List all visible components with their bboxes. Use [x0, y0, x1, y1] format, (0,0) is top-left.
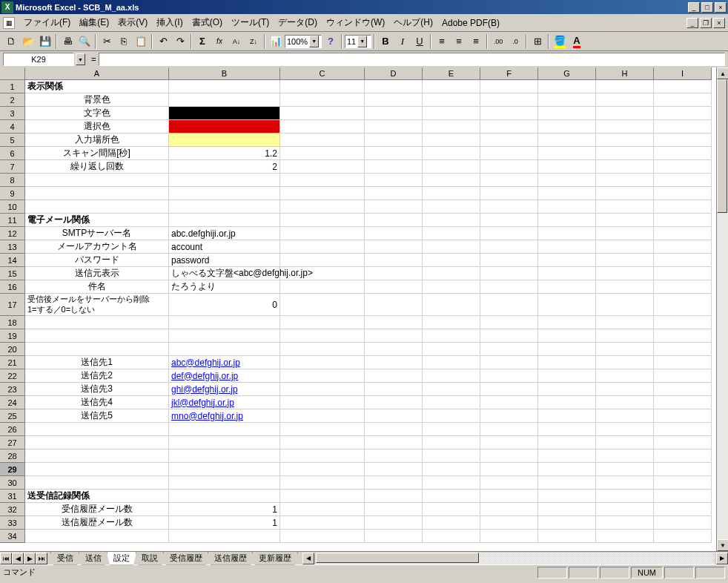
- cell-C30[interactable]: [280, 476, 365, 490]
- formula-equals-icon[interactable]: =: [91, 55, 96, 64]
- cell-H25[interactable]: [596, 409, 654, 423]
- cell-A21[interactable]: 送信先1: [25, 356, 169, 369]
- cell-H2[interactable]: [596, 93, 654, 107]
- cell-H15[interactable]: [596, 267, 654, 280]
- cell-C21[interactable]: [280, 356, 365, 369]
- cell-H26[interactable]: [596, 423, 654, 436]
- cell-C1[interactable]: [280, 80, 365, 93]
- print-preview-button[interactable]: 🔍: [76, 33, 93, 50]
- cell-E31[interactable]: [423, 490, 480, 503]
- cell-F15[interactable]: [480, 267, 538, 280]
- cell-B3[interactable]: [169, 107, 280, 120]
- tab-nav-next[interactable]: ▶: [24, 553, 36, 564]
- cell-H28[interactable]: [596, 449, 654, 463]
- cell-C22[interactable]: [280, 369, 365, 383]
- cell-E25[interactable]: [423, 409, 480, 423]
- cell-B25[interactable]: mno@defghij.or.jp: [169, 409, 280, 423]
- scroll-down-button[interactable]: ▼: [717, 539, 728, 551]
- cell-H4[interactable]: [596, 120, 654, 134]
- cell-F34[interactable]: [480, 530, 538, 543]
- row-header-7[interactable]: 7: [0, 160, 25, 174]
- cell-A5[interactable]: 入力場所色: [25, 134, 169, 147]
- row-header-15[interactable]: 15: [0, 267, 25, 280]
- cell-F10[interactable]: [480, 200, 538, 214]
- copy-button[interactable]: ⎘: [116, 33, 132, 50]
- cell-G27[interactable]: [538, 436, 596, 449]
- cell-A1[interactable]: 表示関係: [25, 80, 169, 93]
- zoom-combo[interactable]: 100%▼: [285, 35, 322, 48]
- cell-A22[interactable]: 送信先2: [25, 369, 169, 383]
- cell-A10[interactable]: [25, 200, 169, 214]
- cell-H7[interactable]: [596, 160, 654, 174]
- cell-G25[interactable]: [538, 409, 596, 423]
- cell-H29[interactable]: [596, 463, 654, 476]
- cell-D21[interactable]: [365, 356, 423, 369]
- cell-F22[interactable]: [480, 369, 538, 383]
- cell-D14[interactable]: [365, 254, 423, 267]
- mdi-restore-button[interactable]: ❐: [700, 18, 712, 28]
- cell-E29[interactable]: [423, 463, 480, 476]
- cell-D30[interactable]: [365, 476, 423, 490]
- cell-I19[interactable]: [654, 329, 712, 343]
- cell-F29[interactable]: [480, 463, 538, 476]
- cell-D3[interactable]: [365, 107, 423, 120]
- cell-I6[interactable]: [654, 147, 712, 160]
- cell-C20[interactable]: [280, 343, 365, 356]
- cell-A26[interactable]: [25, 423, 169, 436]
- tab-nav-first[interactable]: ⏮: [0, 553, 12, 564]
- cell-D5[interactable]: [365, 134, 423, 147]
- cell-G18[interactable]: [538, 316, 596, 329]
- cell-A7[interactable]: 繰り返し回数: [25, 160, 169, 174]
- cell-H19[interactable]: [596, 329, 654, 343]
- cell-E27[interactable]: [423, 436, 480, 449]
- cell-H13[interactable]: [596, 240, 654, 254]
- cell-I13[interactable]: [654, 240, 712, 254]
- cell-H12[interactable]: [596, 227, 654, 240]
- row-header-14[interactable]: 14: [0, 254, 25, 267]
- cell-I27[interactable]: [654, 436, 712, 449]
- chart-button[interactable]: 📊: [268, 33, 284, 50]
- cell-I32[interactable]: [654, 503, 712, 516]
- cell-G3[interactable]: [538, 107, 596, 120]
- cell-H16[interactable]: [596, 280, 654, 294]
- cell-E3[interactable]: [423, 107, 480, 120]
- cell-F28[interactable]: [480, 449, 538, 463]
- cell-A6[interactable]: スキャン間隔[秒]: [25, 147, 169, 160]
- row-header-21[interactable]: 21: [0, 356, 25, 369]
- cell-I3[interactable]: [654, 107, 712, 120]
- cell-E6[interactable]: [423, 147, 480, 160]
- cell-E14[interactable]: [423, 254, 480, 267]
- cell-H30[interactable]: [596, 476, 654, 490]
- undo-button[interactable]: ↶: [155, 33, 171, 50]
- cell-E19[interactable]: [423, 329, 480, 343]
- cell-F30[interactable]: [480, 476, 538, 490]
- cell-D16[interactable]: [365, 280, 423, 294]
- menu-window[interactable]: ウィンドウ(W): [322, 15, 389, 30]
- cell-D23[interactable]: [365, 383, 423, 396]
- cell-A25[interactable]: 送信先5: [25, 409, 169, 423]
- cell-G30[interactable]: [538, 476, 596, 490]
- cell-E23[interactable]: [423, 383, 480, 396]
- cell-D2[interactable]: [365, 93, 423, 107]
- menu-data[interactable]: データ(D): [274, 15, 322, 30]
- cell-D24[interactable]: [365, 396, 423, 409]
- cell-D12[interactable]: [365, 227, 423, 240]
- cell-I25[interactable]: [654, 409, 712, 423]
- cell-C34[interactable]: [280, 530, 365, 543]
- vertical-scroll-thumb[interactable]: [717, 79, 727, 213]
- cell-A31[interactable]: 送受信記録関係: [25, 490, 169, 503]
- cell-C10[interactable]: [280, 200, 365, 214]
- cell-D32[interactable]: [365, 503, 423, 516]
- row-header-16[interactable]: 16: [0, 280, 25, 294]
- increase-decimal-button[interactable]: .00: [490, 33, 506, 50]
- cell-G1[interactable]: [538, 80, 596, 93]
- name-box-dropdown[interactable]: ▼: [76, 53, 85, 65]
- cell-D13[interactable]: [365, 240, 423, 254]
- cell-H34[interactable]: [596, 530, 654, 543]
- cell-H22[interactable]: [596, 369, 654, 383]
- cell-A20[interactable]: [25, 343, 169, 356]
- cell-H21[interactable]: [596, 356, 654, 369]
- cell-A12[interactable]: SMTPサーバー名: [25, 227, 169, 240]
- cell-F23[interactable]: [480, 383, 538, 396]
- cell-G5[interactable]: [538, 134, 596, 147]
